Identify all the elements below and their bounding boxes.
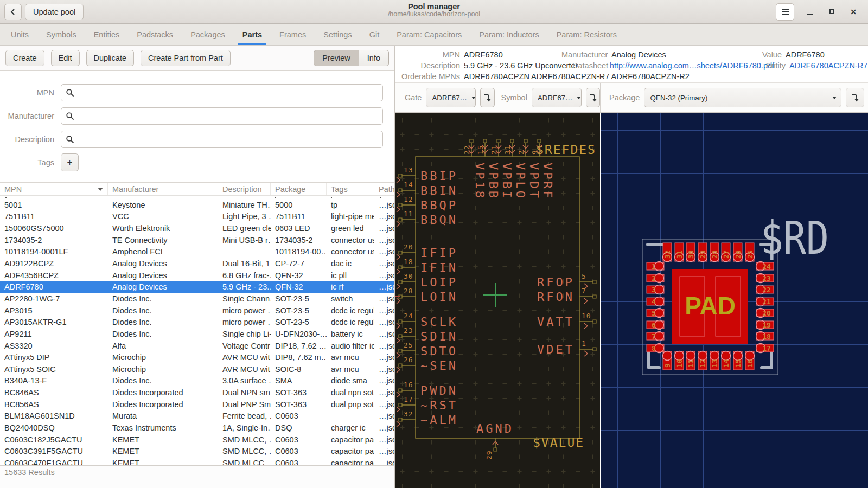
pad[interactable]: 13 [710,351,719,370]
pad[interactable]: 5 [647,309,664,318]
maximize-button[interactable] [826,6,838,18]
gate-dropdown[interactable]: ADRF67… [426,88,476,107]
column-header-path[interactable]: Path [374,183,394,195]
table-row[interactable]: C0603C182J5GACTU KEMET SMD MLCC, … C0603… [0,434,394,446]
pad[interactable]: 19 [756,320,774,330]
pad[interactable]: 6 [647,320,664,330]
table-row[interactable]: BQ24040DSQ Texas Instruments 1A, Single-… [0,422,394,434]
pad[interactable]: 20 [756,309,774,318]
manufacturer-search-input[interactable] [78,112,382,120]
tab[interactable]: Settings [322,24,353,45]
tab[interactable]: Units [10,24,30,45]
tab[interactable]: Frames [278,24,307,45]
entity-link[interactable]: ADRF6780ACPZN-R7 [789,60,867,71]
table-row[interactable]: B340A-13-F Diodes Inc. 3.0A surface … SM… [0,375,394,387]
pad[interactable]: 4 [647,297,664,306]
pad[interactable]: 27 [722,243,731,262]
table-row[interactable]: C0603C391F5GACTU KEMET SMD MLCC, … C0603… [0,445,394,457]
update-pool-button[interactable]: Update pool [25,4,84,20]
package-canvas[interactable]: PAD 32 31 30 29 28 27 26 25 9 10 11 12 1… [601,113,868,488]
tab[interactable]: Entities [93,24,121,45]
pad[interactable]: 7 [647,332,664,341]
pad[interactable]: 14 [722,351,731,370]
table-row[interactable]: AS3320 Alfa Voltage Contr… DIP18, 7.62 …… [0,340,394,352]
column-header-package[interactable]: Package [271,183,327,195]
table-row[interactable]: AD9122BCPZ Analog Devices Dual 16-Bit, 1… [0,258,394,269]
create-part-from-part-button[interactable]: Create Part from Part [141,50,231,66]
pad[interactable]: 25 [745,243,755,262]
table-row[interactable]: AP3015 Diodes Inc. micro power … SOT-23-… [0,305,394,317]
pad[interactable]: 21 [756,297,774,306]
table-row[interactable]: 150060GS75000 Würth Elektronik LED green… [0,222,394,234]
tab[interactable]: Git [368,24,381,45]
pad[interactable]: 28 [710,243,719,262]
duplicate-button[interactable]: Duplicate [86,50,134,66]
symbol-dropdown[interactable]: ADRF67… [532,88,582,107]
pad[interactable]: 29 [698,243,707,262]
tab[interactable]: Param: Resistors [556,24,618,45]
pad[interactable]: 11 [686,351,695,370]
table-row[interactable]: 5001 Keystone Miniature TH… 5000 tp …jso… [0,199,394,211]
package-dropdown[interactable]: QFN-32 (Primary) [644,88,841,107]
minimize-button[interactable] [804,6,816,18]
tab[interactable]: Param: Capacitors [395,24,463,45]
manufacturer-search-field[interactable] [61,107,383,125]
pad[interactable]: 18 [756,332,774,341]
back-button[interactable] [4,4,22,20]
table-row[interactable]: BC856AS Diodes Incorporated Dual PNP Sm…… [0,399,394,410]
table-row[interactable]: ADF4356BCPZ Analog Devices 6.8 GHz frac-… [0,269,394,281]
pad[interactable]: 15 [733,351,743,370]
table-row[interactable]: 7511B11 VCC Light Pipe, 3 … 7511B11 ligh… [0,211,394,223]
symbol-canvas[interactable]: 13BBIP 14BBIN 12BBQP 11BBQN 20IFIP 18IFI… [395,113,600,488]
column-header-manufacturer[interactable]: Manufacturer [108,183,218,195]
goto-package-button[interactable] [846,88,864,107]
table-row[interactable]: ADRF6780 Analog Devices 5.9 GHz - 23.… Q… [0,281,394,293]
edit-button[interactable]: Edit [51,50,80,66]
table-row[interactable]: BC846AS Diodes Incorporated Dual NPN sm…… [0,387,394,399]
table-row[interactable]: AP3015AKTR-G1 Diodes Inc. micro power … … [0,316,394,328]
pad[interactable]: 2 [647,274,664,283]
pad[interactable]: 31 [675,243,684,262]
datasheet-link[interactable]: http://www.analog.com…sheets/ADRF6780.pd… [610,60,764,71]
preview-toggle-button[interactable]: Preview [314,50,359,66]
center-pad[interactable]: PAD [672,269,748,344]
pad[interactable]: 22 [756,285,774,294]
close-button[interactable]: ✕ [847,6,859,18]
pad[interactable]: 10 [675,351,684,370]
pad[interactable]: 30 [686,243,695,262]
pad[interactable]: 8 [647,344,664,353]
goto-symbol-button[interactable] [586,88,600,107]
table-row[interactable]: ATtinyx5 SOIC Microchip AVR MCU wit… SOI… [0,363,394,375]
pad[interactable]: 32 [663,243,672,262]
pad[interactable]: 17 [756,344,774,353]
description-search-input[interactable] [78,135,382,144]
tab[interactable]: Padstacks [136,24,174,45]
column-header-description[interactable]: Description [218,183,271,195]
tab[interactable]: Packages [189,24,226,45]
table-row[interactable]: BLM18AG601SN1D Murata Ferrite bead, … C0… [0,410,394,422]
create-button[interactable]: Create [5,50,44,66]
pad[interactable]: 26 [733,243,743,262]
pad[interactable]: 1 [647,262,664,271]
table-row[interactable]: C0603C470F1GACTU KEMET SMD MLCC, … C0603… [0,457,394,465]
pad[interactable]: 12 [698,351,707,370]
table-row[interactable]: 10118194-0001LF Amphenol FCI 10118194-00… [0,246,394,258]
table-row[interactable]: AP9211 Diodes Inc. Single chip Li-… U-DF… [0,328,394,340]
pad[interactable]: 3 [647,285,664,294]
pad[interactable]: 9 [663,351,672,370]
description-search-field[interactable] [61,131,383,148]
table-row[interactable]: AP2280-1WG-7 Diodes Inc. Single Chann… S… [0,293,394,305]
column-header-tags[interactable]: Tags [327,183,374,195]
info-toggle-button[interactable]: Info [359,50,389,66]
add-tag-button[interactable]: + [61,153,79,171]
tab[interactable]: Symbols [45,24,78,45]
hamburger-menu-button[interactable] [776,3,794,21]
mpn-search-field[interactable] [61,84,383,101]
goto-gate-button[interactable] [480,88,494,107]
column-header-mpn[interactable]: MPN [0,183,108,195]
mpn-search-input[interactable] [78,88,382,97]
pad[interactable]: 23 [756,274,774,283]
pad[interactable]: 16 [745,351,755,370]
tab[interactable]: Param: Inductors [478,24,540,45]
table-row[interactable]: ATtinyx5 DIP Microchip AVR MCU wit… DIP8… [0,351,394,363]
